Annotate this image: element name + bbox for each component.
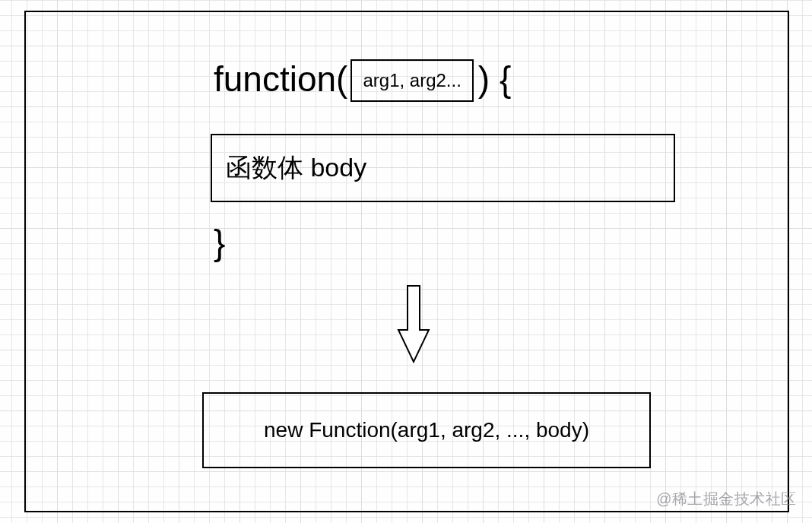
open-brace: ) { (478, 59, 511, 100)
new-function-box: new Function(arg1, arg2, ..., body) (202, 392, 651, 468)
function-keyword: function( (214, 59, 347, 100)
watermark: @稀土掘金技术社区 (656, 489, 797, 509)
diagram-frame: function( arg1, arg2... ) { 函数体 body } n… (24, 11, 789, 512)
close-brace: } (214, 222, 225, 263)
function-signature-line: function( arg1, arg2... ) { (214, 58, 511, 100)
args-box: arg1, arg2... (350, 59, 473, 102)
function-body-box: 函数体 body (211, 134, 675, 202)
arrow-down-icon (397, 284, 430, 364)
